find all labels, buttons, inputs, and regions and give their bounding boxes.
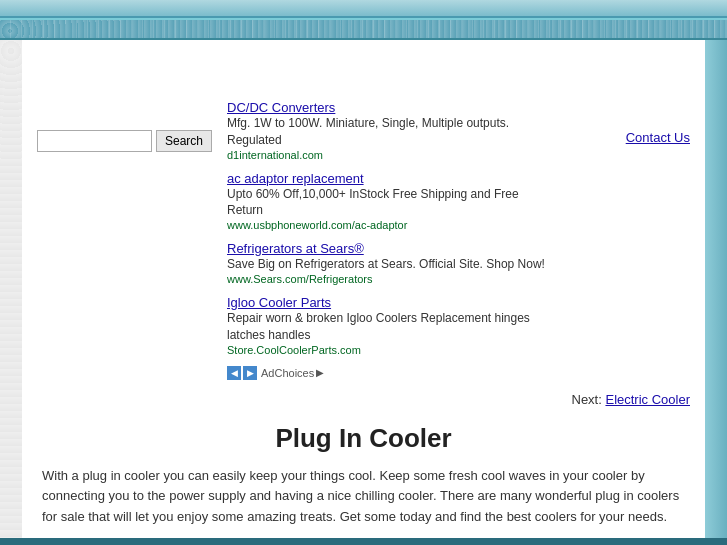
ad-item-4: Igloo Cooler Parts Repair worn & broken …	[227, 295, 560, 356]
ad-title-4[interactable]: Igloo Cooler Parts	[227, 295, 560, 310]
next-link[interactable]: Electric Cooler	[605, 392, 690, 407]
right-area: Contact Us	[570, 100, 690, 145]
content-area: Search DC/DC Converters Mfg. 1W to 100W.…	[22, 40, 705, 538]
ad-text-3: Save Big on Refrigerators at Sears. Offi…	[227, 256, 560, 273]
ad-url-1: d1international.com	[227, 149, 560, 161]
ad-url-3: www.Sears.com/Refrigerators	[227, 273, 560, 285]
ad-url-4: Store.CoolCoolerParts.com	[227, 344, 560, 356]
main-layout: Search DC/DC Converters Mfg. 1W to 100W.…	[0, 40, 727, 538]
left-area: Search	[37, 100, 217, 152]
arrow-left-btn[interactable]: ◀	[227, 366, 241, 380]
next-row: Next: Electric Cooler	[37, 388, 690, 413]
search-button[interactable]: Search	[156, 130, 212, 152]
ad-title-2[interactable]: ac adaptor replacement	[227, 171, 560, 186]
ad-text-2: Upto 60% Off,10,000+ InStock Free Shippi…	[227, 186, 560, 220]
left-side-panel	[0, 40, 22, 538]
ad-title-3[interactable]: Refrigerators at Sears®	[227, 241, 560, 256]
right-side-panel	[705, 40, 727, 538]
page-title: Plug In Cooler	[37, 423, 690, 454]
ad-text-1: Mfg. 1W to 100W. Miniature, Single, Mult…	[227, 115, 560, 149]
contact-link[interactable]: Contact Us	[626, 130, 690, 145]
ad-item-1: DC/DC Converters Mfg. 1W to 100W. Miniat…	[227, 100, 560, 161]
top-space	[37, 50, 690, 100]
adchoices-arrows: ◀ ▶	[227, 366, 257, 380]
ad-item-3: Refrigerators at Sears® Save Big on Refr…	[227, 241, 560, 285]
ad-contact-row: Search DC/DC Converters Mfg. 1W to 100W.…	[37, 100, 690, 380]
ad-url-2: www.usbphoneworld.com/ac-adaptor	[227, 219, 560, 231]
arrow-right-btn[interactable]: ▶	[243, 366, 257, 380]
adchoices-icon: ▶	[316, 367, 324, 378]
search-row: Search	[37, 130, 217, 152]
ad-text-4: Repair worn & broken Igloo Coolers Repla…	[227, 310, 560, 344]
ad-title-1[interactable]: DC/DC Converters	[227, 100, 560, 115]
adchoices-text: AdChoices ▶	[261, 367, 324, 379]
top-bar	[0, 0, 727, 18]
search-input[interactable]	[37, 130, 152, 152]
body-text: With a plug in cooler you can easily kee…	[37, 466, 690, 528]
swirl-border	[0, 18, 727, 40]
ad-item-2: ac adaptor replacement Upto 60% Off,10,0…	[227, 171, 560, 232]
next-prefix: Next:	[572, 392, 602, 407]
adchoices-row: ◀ ▶ AdChoices ▶	[227, 366, 560, 380]
ad-block: DC/DC Converters Mfg. 1W to 100W. Miniat…	[217, 100, 570, 380]
adchoices-label: AdChoices	[261, 367, 314, 379]
